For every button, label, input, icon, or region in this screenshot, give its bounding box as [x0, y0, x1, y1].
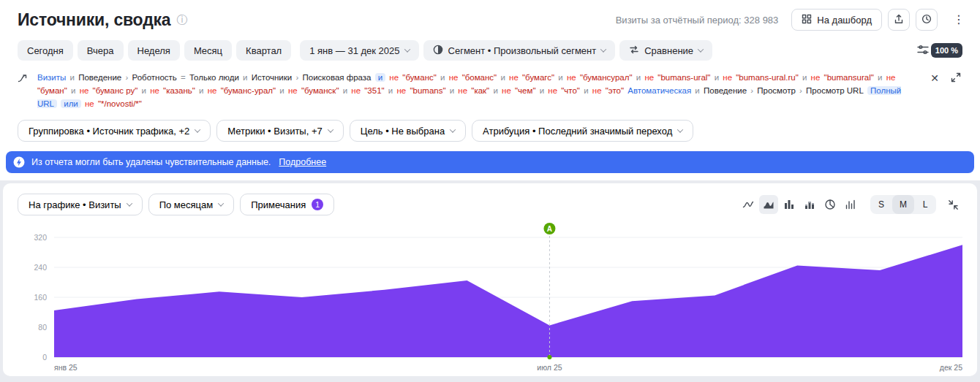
more-menu-button[interactable]: ⋮ [943, 9, 962, 31]
clock-icon [921, 14, 932, 26]
chevron-down-icon [450, 126, 456, 132]
period-tab-today[interactable]: Сегодня [18, 40, 73, 61]
chart-size-medium[interactable]: M [892, 195, 914, 214]
history-button[interactable] [916, 9, 938, 31]
chart-metric-selector[interactable]: На графике • Визиты [18, 194, 143, 215]
segment-token-op: и [199, 86, 203, 95]
segment-token-not: не [351, 86, 361, 95]
sliders-icon [917, 45, 929, 57]
banner-details-link[interactable]: Подробнее [279, 157, 326, 167]
pie-chart-icon[interactable] [821, 195, 840, 214]
period-tab-yesterday[interactable]: Вчера [78, 40, 124, 61]
filter-row: Сегодня Вчера Неделя Месяц Квартал 1 янв… [18, 39, 962, 61]
attribution-selector[interactable]: Атрибуция • Последний значимый переход [472, 120, 693, 142]
segment-token-plain: Поведение [704, 86, 747, 95]
expand-icon[interactable] [951, 72, 961, 85]
segment-token-not: не [449, 73, 459, 82]
date-range-selector[interactable]: 1 янв — 31 дек 2025 [300, 40, 418, 61]
stacked-bar-chart-icon[interactable] [800, 195, 819, 214]
segment-token-not: не [644, 73, 654, 82]
visits-period-label: Визиты за отчётный период: 328 983 [616, 15, 779, 26]
chart-card: На графике • Визиты По месяцам Примечани… [3, 183, 977, 376]
export-button[interactable] [888, 9, 910, 31]
segment-token-val: "буман" [37, 86, 67, 95]
svg-text:янв 25: янв 25 [54, 363, 78, 372]
metrics-selector[interactable]: Метрики • Визиты, +7 [216, 120, 343, 142]
segment-token-op: и [878, 73, 882, 82]
chevron-down-icon [126, 200, 132, 206]
segment-token-plain: Поисковая фраза [303, 73, 372, 82]
page-title: Источники, сводка [18, 10, 170, 30]
segment-token-plain: Просмотр URL [806, 86, 864, 95]
histogram-icon[interactable] [841, 195, 860, 214]
segment-selector[interactable]: Сегмент • Произвольный сегмент [423, 40, 616, 61]
attribution-selector-label: Атрибуция • Последний значимый переход [483, 126, 672, 137]
segment-token-not: не [886, 73, 896, 82]
chevron-down-icon [600, 46, 606, 52]
segment-conditions: Визиты и Поведение › Роботность = Только… [37, 71, 921, 110]
svg-text:160: 160 [34, 293, 47, 302]
collapse-icon[interactable] [943, 195, 962, 214]
line-chart-icon[interactable] [739, 195, 758, 214]
chart-size-small[interactable]: S [870, 195, 892, 214]
share-icon [894, 14, 904, 26]
metrics-selector-label: Метрики • Визиты, +7 [227, 126, 322, 137]
segment-token-link[interactable]: Визиты [37, 73, 66, 82]
dashboard-icon [802, 14, 812, 26]
grouping-selector[interactable]: Группировка • Источник трафика, +2 [18, 120, 211, 142]
segment-token-not: не [592, 86, 602, 95]
segment-token-val: "буманс-урал" [221, 86, 276, 95]
banner-text: Из отчета могли быть удалены чувствитель… [31, 157, 271, 167]
segment-token-chip[interactable]: и [375, 73, 385, 82]
goal-selector-label: Цель • Не выбрана [361, 126, 445, 137]
segment-branch-icon [18, 71, 29, 85]
chart-size-large[interactable]: L [914, 195, 936, 214]
segment-token-op: и [279, 86, 284, 95]
header-row: Источники, сводка ⓘ Визиты за отчётный п… [18, 9, 962, 31]
sampling-settings-button[interactable] [908, 39, 927, 61]
segment-token-op: и [388, 86, 393, 95]
segment-token-op: › [125, 73, 128, 82]
segment-token-op: и [558, 73, 562, 82]
close-icon[interactable]: ✕ [930, 72, 939, 85]
chevron-down-icon [404, 46, 410, 52]
goal-selector[interactable]: Цель • Не выбрана [350, 120, 466, 142]
svg-text:240: 240 [34, 263, 47, 272]
segment-token-op: и [440, 73, 445, 82]
segment-token-val: "чем" [515, 86, 535, 95]
notes-button[interactable]: Примечания 1 [240, 194, 334, 215]
segment-token-op: = [181, 73, 186, 82]
segment-token-op: и [71, 86, 75, 95]
segment-token-op: и [343, 86, 347, 95]
area-chart-icon[interactable] [759, 195, 778, 214]
segment-token-val: "*/novosti/*" [98, 99, 142, 108]
chevron-down-icon [195, 126, 200, 132]
segment-token-val: "bumans-ural" [657, 73, 710, 82]
period-tab-quarter[interactable]: Квартал [236, 40, 291, 61]
chart-granularity-selector[interactable]: По месяцам [148, 194, 235, 215]
bar-chart-icon[interactable] [780, 195, 799, 214]
segment-token-plain: Роботность [132, 73, 176, 82]
segment-token-val: "боманс" [462, 73, 497, 82]
period-tab-week[interactable]: Неделя [128, 40, 180, 61]
segment-token-op: › [295, 73, 298, 82]
visits-area-chart[interactable]: 080160240320Aянв 25июл 25дек 25 [18, 221, 962, 375]
segment-token-not: не [723, 73, 732, 82]
chart-area: 080160240320Aянв 25июл 25дек 25 [18, 221, 962, 377]
chevron-down-icon [677, 126, 683, 132]
sampling-badge[interactable]: 100 % [931, 43, 962, 58]
segment-token-val: "bumans-ural.ru" [736, 73, 799, 82]
comparison-arrows-icon [629, 45, 639, 57]
segment-token-val: "bumansural" [824, 73, 874, 82]
segment-token-op: › [799, 86, 802, 95]
segment-token-op: › [750, 86, 753, 95]
chart-granularity-label: По месяцам [159, 199, 214, 210]
report-controls-row: Группировка • Источник трафика, +2 Метри… [18, 120, 962, 142]
comparison-selector[interactable]: Сравнение [619, 40, 712, 61]
segment-token-chip[interactable]: или [61, 99, 81, 108]
info-icon[interactable]: ⓘ [176, 13, 187, 27]
period-tab-month[interactable]: Месяц [184, 40, 232, 61]
to-dashboard-button[interactable]: На дашборд [791, 9, 882, 31]
segment-token-link[interactable]: Автоматическая [627, 86, 691, 95]
segment-token-op: и [802, 73, 807, 82]
